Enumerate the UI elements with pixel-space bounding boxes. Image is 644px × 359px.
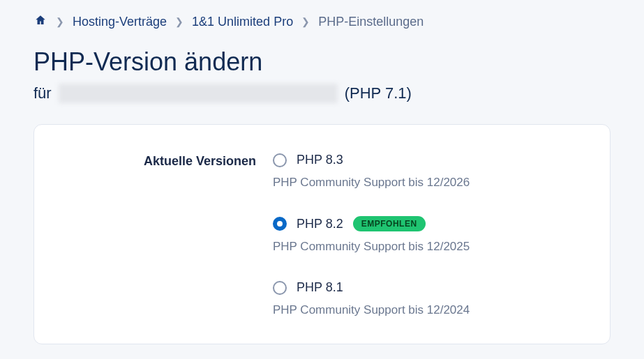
breadcrumb-item-current: PHP-Einstellungen: [318, 15, 424, 29]
chevron-right-icon: ❯: [175, 16, 184, 27]
subtitle-prefix: für: [33, 84, 52, 102]
breadcrumb: ❯ Hosting-Verträge ❯ 1&1 Unlimited Pro ❯…: [0, 0, 644, 35]
version-label[interactable]: PHP 8.3: [297, 153, 343, 167]
version-desc: PHP Community Support bis 12/2026: [273, 176, 576, 190]
version-option: PHP 8.1 PHP Community Support bis 12/202…: [273, 280, 576, 317]
radio-php81[interactable]: [273, 281, 287, 295]
version-label[interactable]: PHP 8.2: [297, 217, 343, 231]
page-title: PHP-Version ändern: [0, 35, 644, 84]
recommended-badge: EMPFOHLEN: [353, 216, 426, 231]
breadcrumb-home[interactable]: [33, 14, 47, 29]
chevron-right-icon: ❯: [56, 16, 64, 27]
version-card: Aktuelle Versionen PHP 8.3 PHP Community…: [33, 124, 611, 344]
breadcrumb-item-contract[interactable]: 1&1 Unlimited Pro: [192, 15, 293, 29]
version-desc: PHP Community Support bis 12/2024: [273, 303, 576, 317]
redacted-domain: [59, 84, 338, 103]
chevron-right-icon: ❯: [301, 16, 310, 27]
subtitle-suffix: (PHP 7.1): [345, 84, 412, 102]
radio-php82[interactable]: [273, 217, 287, 231]
version-option: PHP 8.2 EMPFOHLEN PHP Community Support …: [273, 216, 576, 254]
page-subtitle: für (PHP 7.1): [0, 84, 644, 124]
radio-php83[interactable]: [273, 153, 287, 167]
home-icon: [33, 14, 47, 26]
section-label: Aktuelle Versionen: [68, 153, 256, 344]
version-desc: PHP Community Support bis 12/2025: [273, 240, 576, 254]
version-option: PHP 8.3 PHP Community Support bis 12/202…: [273, 153, 576, 190]
version-label[interactable]: PHP 8.1: [297, 280, 343, 295]
version-options: PHP 8.3 PHP Community Support bis 12/202…: [273, 153, 576, 344]
breadcrumb-item-hosting[interactable]: Hosting-Verträge: [73, 15, 167, 29]
